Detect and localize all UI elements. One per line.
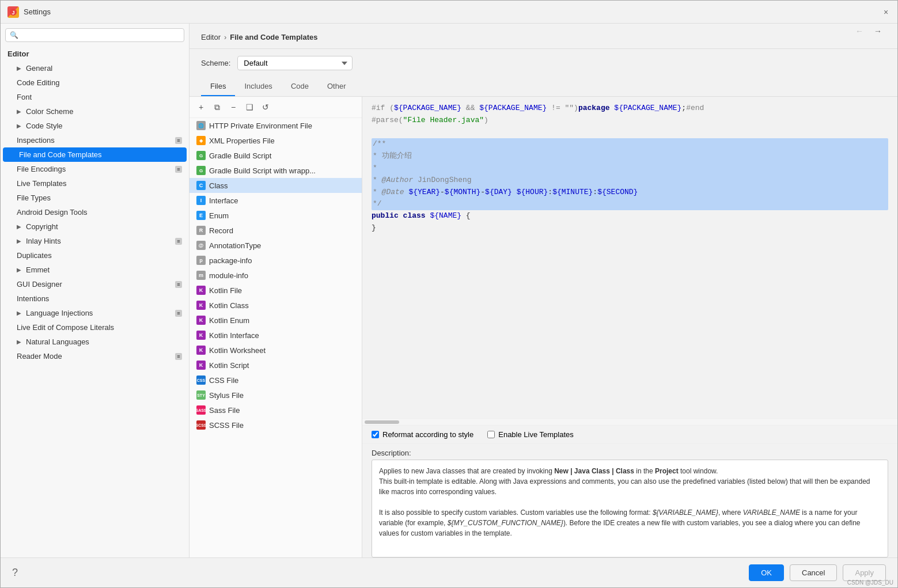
nav-back-button[interactable]: ← — [851, 24, 867, 38]
file-item-css-file[interactable]: CSS CSS File — [190, 373, 362, 388]
file-item-stylus[interactable]: STY Stylus File — [190, 388, 362, 403]
file-item-sass[interactable]: SASS Sass File — [190, 403, 362, 418]
file-item-annotation[interactable]: @ AnnotationType — [190, 238, 362, 253]
close-button[interactable]: × — [881, 7, 891, 17]
reformat-option[interactable]: Reformat according to style — [372, 430, 473, 439]
file-item-module-info-label: module-info — [209, 271, 248, 280]
description-label: Description: — [372, 449, 888, 457]
file-item-gradle-build[interactable]: G Gradle Build Script — [190, 148, 362, 163]
file-item-kotlin-class-label: Kotlin Class — [209, 301, 249, 310]
sidebar-item-font[interactable]: Font — [1, 90, 189, 104]
sidebar-item-file-encodings[interactable]: File Encodings ≡ — [1, 162, 189, 176]
tab-code[interactable]: Code — [282, 77, 318, 96]
file-list-toolbar: + ⧉ − ❑ ↺ — [190, 97, 362, 118]
file-item-kotlin-script-label: Kotlin Script — [209, 361, 249, 370]
sidebar-item-inspections[interactable]: Inspections ≡ — [1, 133, 189, 147]
copy-template-button[interactable]: ⧉ — [210, 100, 224, 114]
kotlin-file-icon: K — [196, 286, 206, 295]
duplicate-template-button[interactable]: ❑ — [243, 100, 256, 114]
sidebar-item-inlay-hints[interactable]: ▶ Inlay Hints ≡ — [1, 234, 189, 248]
code-line-9: */ — [373, 198, 887, 210]
file-item-kotlin-interface[interactable]: K Kotlin Interface — [190, 328, 362, 343]
scss-icon: SCSS — [196, 420, 206, 430]
sidebar-item-code-style[interactable]: ▶ Code Style — [1, 119, 189, 133]
code-line-6: * — [373, 162, 887, 174]
file-item-enum[interactable]: E Enum — [190, 208, 362, 223]
tab-includes[interactable]: Includes — [235, 77, 281, 96]
live-templates-checkbox[interactable] — [487, 431, 495, 438]
reformat-checkbox[interactable] — [372, 431, 379, 438]
file-item-kotlin-script[interactable]: K Kotlin Script — [190, 358, 362, 373]
file-item-kotlin-enum-label: Kotlin Enum — [209, 316, 249, 325]
file-item-record-label: Record — [209, 226, 233, 235]
code-line-10: public class ${NAME} { — [372, 210, 888, 222]
tab-other[interactable]: Other — [318, 77, 355, 96]
gradle-icon: G — [196, 151, 206, 160]
file-item-xml-properties[interactable]: ◈ XML Properties File — [190, 133, 362, 148]
ok-button[interactable]: OK — [749, 564, 784, 581]
editor-panel: #if (${PACKAGE_NAME} && ${PACKAGE_NAME} … — [362, 97, 897, 557]
file-item-record[interactable]: R Record — [190, 223, 362, 238]
description-section: Description: Applies to new Java classes… — [362, 443, 897, 557]
sidebar-item-intentions[interactable]: Intentions — [1, 291, 189, 306]
code-line-5: * 功能介绍 — [373, 150, 887, 162]
sidebar-item-language-injections[interactable]: ▶ Language Injections ≡ — [1, 306, 189, 320]
sidebar-item-color-scheme[interactable]: ▶ Color Scheme — [1, 104, 189, 119]
sidebar-item-live-edit-compose[interactable]: Live Edit of Compose Literals — [1, 320, 189, 335]
sidebar-item-file-code-templates[interactable]: File and Code Templates — [3, 147, 187, 162]
module-info-icon: m — [196, 271, 206, 280]
add-template-button[interactable]: + — [194, 100, 208, 114]
horizontal-scrollbar[interactable] — [362, 418, 897, 425]
sidebar-item-android-design[interactable]: Android Design Tools — [1, 205, 189, 219]
cancel-button[interactable]: Cancel — [790, 564, 837, 581]
scheme-select[interactable]: Default Project — [237, 56, 353, 70]
live-templates-option[interactable]: Enable Live Templates — [487, 430, 574, 439]
file-item-class[interactable]: C Class — [190, 178, 362, 193]
file-item-kotlin-class[interactable]: K Kotlin Class — [190, 298, 362, 313]
sidebar-item-emmet[interactable]: ▶ Emmet — [1, 263, 189, 277]
xml-icon: ◈ — [196, 136, 206, 145]
nav-forward-button[interactable]: → — [870, 24, 886, 38]
chevron-right-icon-cp: ▶ — [17, 223, 24, 230]
file-item-http-private[interactable]: 🌐 HTTP Private Environment File — [190, 118, 362, 133]
file-item-module-info[interactable]: m module-info — [190, 268, 362, 283]
sidebar-item-file-types[interactable]: File Types — [1, 191, 189, 205]
code-line-4: /** — [373, 138, 887, 150]
sidebar-item-natural-languages[interactable]: ▶ Natural Languages — [1, 335, 189, 349]
file-item-scss[interactable]: SCSS SCSS File — [190, 418, 362, 433]
code-editor-area[interactable]: #if (${PACKAGE_NAME} && ${PACKAGE_NAME} … — [362, 97, 897, 418]
css-icon: CSS — [196, 375, 206, 385]
file-item-kotlin-file[interactable]: K Kotlin File — [190, 283, 362, 298]
sidebar-item-general[interactable]: ▶ General — [1, 61, 189, 75]
sidebar-item-live-templates[interactable]: Live Templates — [1, 176, 189, 191]
settings-window: J Settings × 🔍 Editor ▶ General Code Edi — [0, 0, 898, 588]
inspections-badge: ≡ — [175, 137, 182, 144]
sidebar-item-reader-mode[interactable]: Reader Mode ≡ — [1, 349, 189, 363]
sidebar-item-gui-designer[interactable]: GUI Designer ≡ — [1, 277, 189, 291]
apply-button[interactable]: Apply — [843, 564, 886, 581]
live-templates-label: Enable Live Templates — [498, 430, 574, 439]
gui-badge: ≡ — [175, 281, 182, 288]
file-item-stylus-label: Stylus File — [209, 391, 244, 400]
sidebar-item-copyright[interactable]: ▶ Copyright — [1, 219, 189, 234]
file-item-package-info-label: package-info — [209, 256, 252, 265]
file-item-gradle-label: Gradle Build Script — [209, 151, 271, 160]
file-item-interface-label: Interface — [209, 196, 238, 205]
file-list: + ⧉ − ❑ ↺ 🌐 HTTP Private Environment Fil… — [190, 97, 362, 557]
editor-options: Reformat according to style Enable Live … — [362, 425, 897, 443]
remove-template-button[interactable]: − — [226, 100, 240, 114]
sidebar-item-duplicates[interactable]: Duplicates — [1, 248, 189, 263]
tab-files[interactable]: Files — [201, 77, 235, 96]
file-item-kotlin-worksheet[interactable]: K Kotlin Worksheet — [190, 343, 362, 358]
help-button[interactable]: ? — [12, 567, 18, 579]
file-item-kotlin-enum[interactable]: K Kotlin Enum — [190, 313, 362, 328]
panel-header: Editor › File and Code Templates ← → — [190, 24, 897, 49]
reset-template-button[interactable]: ↺ — [259, 100, 272, 114]
main-content: 🔍 Editor ▶ General Code Editing Font ▶ C… — [1, 24, 897, 557]
chevron-right-icon-ih: ▶ — [17, 238, 24, 244]
sidebar-item-code-editing[interactable]: Code Editing — [1, 75, 189, 90]
file-item-package-info[interactable]: p package-info — [190, 253, 362, 268]
file-item-gradle-wrap[interactable]: G Gradle Build Script with wrapp... — [190, 163, 362, 178]
search-input[interactable] — [5, 28, 184, 42]
file-item-interface[interactable]: I Interface — [190, 193, 362, 208]
